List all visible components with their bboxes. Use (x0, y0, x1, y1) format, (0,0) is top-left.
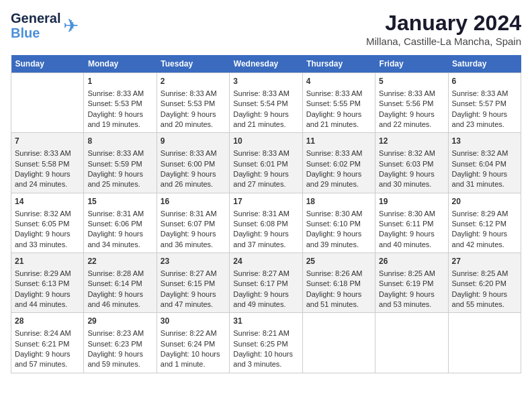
day-info: Sunrise: 8:24 AMSunset: 6:21 PMDaylight:… (15, 329, 71, 368)
day-info: Sunrise: 8:25 AMSunset: 6:19 PMDaylight:… (379, 269, 435, 308)
day-number: 25 (306, 256, 371, 267)
day-number: 12 (379, 136, 444, 147)
day-info: Sunrise: 8:26 AMSunset: 6:18 PMDaylight:… (306, 269, 363, 308)
day-number: 10 (233, 136, 298, 147)
weekday-header-row: SundayMondayTuesdayWednesdayThursdayFrid… (11, 55, 521, 73)
calendar-cell: 7Sunrise: 8:33 AMSunset: 5:58 PMDaylight… (11, 133, 84, 193)
calendar-cell: 19Sunrise: 8:30 AMSunset: 6:11 PMDayligh… (375, 193, 448, 253)
calendar-cell: 16Sunrise: 8:31 AMSunset: 6:07 PMDayligh… (157, 193, 229, 253)
day-info: Sunrise: 8:33 AMSunset: 5:54 PMDaylight:… (233, 89, 290, 128)
day-number: 30 (161, 316, 226, 327)
day-info: Sunrise: 8:29 AMSunset: 6:12 PMDaylight:… (452, 210, 508, 248)
day-number: 16 (161, 196, 226, 208)
calendar-cell: 3Sunrise: 8:33 AMSunset: 5:54 PMDaylight… (230, 73, 302, 133)
day-info: Sunrise: 8:33 AMSunset: 6:00 PMDaylight:… (161, 149, 217, 188)
day-number: 9 (161, 136, 226, 147)
calendar-week-row: 21Sunrise: 8:29 AMSunset: 6:13 PMDayligh… (11, 253, 521, 313)
calendar-cell (448, 313, 521, 373)
title-block: January 2024 Millana, Castille-La Mancha… (366, 11, 521, 47)
day-info: Sunrise: 8:23 AMSunset: 6:23 PMDaylight:… (87, 329, 144, 368)
calendar-cell: 11Sunrise: 8:33 AMSunset: 6:02 PMDayligh… (302, 133, 375, 193)
calendar-cell: 29Sunrise: 8:23 AMSunset: 6:23 PMDayligh… (84, 313, 157, 373)
day-info: Sunrise: 8:29 AMSunset: 6:13 PMDaylight:… (15, 269, 71, 308)
day-info: Sunrise: 8:33 AMSunset: 6:01 PMDaylight:… (233, 149, 290, 188)
day-info: Sunrise: 8:33 AMSunset: 5:57 PMDaylight:… (452, 89, 508, 128)
calendar-cell: 10Sunrise: 8:33 AMSunset: 6:01 PMDayligh… (230, 133, 302, 193)
day-info: Sunrise: 8:27 AMSunset: 6:17 PMDaylight:… (233, 269, 290, 308)
day-number: 20 (452, 196, 517, 208)
day-number: 13 (452, 136, 517, 147)
weekday-header: Monday (84, 55, 157, 73)
day-number: 24 (233, 256, 298, 267)
calendar-cell: 27Sunrise: 8:25 AMSunset: 6:20 PMDayligh… (448, 253, 521, 313)
page-title: January 2024 (366, 11, 521, 36)
day-info: Sunrise: 8:27 AMSunset: 6:15 PMDaylight:… (161, 269, 217, 308)
calendar-cell: 24Sunrise: 8:27 AMSunset: 6:17 PMDayligh… (230, 253, 302, 313)
logo-bird-icon: ✈ (63, 15, 79, 37)
day-info: Sunrise: 8:31 AMSunset: 6:07 PMDaylight:… (161, 210, 217, 248)
weekday-header: Wednesday (230, 55, 302, 73)
day-number: 2 (161, 76, 226, 87)
day-number: 4 (306, 76, 371, 87)
calendar-cell: 25Sunrise: 8:26 AMSunset: 6:18 PMDayligh… (302, 253, 375, 313)
calendar-week-row: 14Sunrise: 8:32 AMSunset: 6:05 PMDayligh… (11, 193, 521, 253)
calendar-cell: 13Sunrise: 8:32 AMSunset: 6:04 PMDayligh… (448, 133, 521, 193)
calendar-cell: 31Sunrise: 8:21 AMSunset: 6:25 PMDayligh… (230, 313, 302, 373)
calendar-cell: 28Sunrise: 8:24 AMSunset: 6:21 PMDayligh… (11, 313, 84, 373)
day-number: 6 (452, 76, 517, 87)
day-info: Sunrise: 8:33 AMSunset: 5:58 PMDaylight:… (15, 149, 71, 188)
weekday-header: Saturday (448, 55, 521, 73)
day-info: Sunrise: 8:30 AMSunset: 6:11 PMDaylight:… (379, 210, 435, 248)
weekday-header: Friday (375, 55, 448, 73)
calendar-cell: 1Sunrise: 8:33 AMSunset: 5:53 PMDaylight… (84, 73, 157, 133)
day-number: 7 (15, 136, 80, 147)
day-number: 8 (87, 136, 152, 147)
day-info: Sunrise: 8:31 AMSunset: 6:08 PMDaylight:… (233, 210, 290, 248)
calendar-cell: 26Sunrise: 8:25 AMSunset: 6:19 PMDayligh… (375, 253, 448, 313)
calendar-cell: 30Sunrise: 8:22 AMSunset: 6:24 PMDayligh… (157, 313, 229, 373)
calendar-cell: 12Sunrise: 8:32 AMSunset: 6:03 PMDayligh… (375, 133, 448, 193)
calendar-cell (375, 313, 448, 373)
day-number: 22 (87, 256, 152, 267)
day-number: 1 (87, 76, 152, 87)
day-info: Sunrise: 8:25 AMSunset: 6:20 PMDaylight:… (452, 269, 508, 308)
calendar-cell (302, 313, 375, 373)
day-info: Sunrise: 8:33 AMSunset: 5:55 PMDaylight:… (306, 89, 363, 128)
day-info: Sunrise: 8:30 AMSunset: 6:10 PMDaylight:… (306, 210, 363, 248)
day-number: 17 (233, 196, 298, 208)
logo: General Blue ✈ (11, 11, 79, 40)
day-info: Sunrise: 8:32 AMSunset: 6:04 PMDaylight:… (452, 149, 508, 188)
day-info: Sunrise: 8:33 AMSunset: 6:02 PMDaylight:… (306, 149, 363, 188)
calendar-week-row: 1Sunrise: 8:33 AMSunset: 5:53 PMDaylight… (11, 73, 521, 133)
calendar-cell: 4Sunrise: 8:33 AMSunset: 5:55 PMDaylight… (302, 73, 375, 133)
day-number: 27 (452, 256, 517, 267)
calendar-cell: 17Sunrise: 8:31 AMSunset: 6:08 PMDayligh… (230, 193, 302, 253)
day-number: 23 (161, 256, 226, 267)
day-info: Sunrise: 8:28 AMSunset: 6:14 PMDaylight:… (87, 269, 144, 308)
day-number: 19 (379, 196, 444, 208)
calendar-cell: 9Sunrise: 8:33 AMSunset: 6:00 PMDaylight… (157, 133, 229, 193)
weekday-header: Tuesday (157, 55, 229, 73)
day-info: Sunrise: 8:32 AMSunset: 6:05 PMDaylight:… (15, 210, 71, 248)
day-info: Sunrise: 8:21 AMSunset: 6:25 PMDaylight:… (233, 329, 293, 368)
calendar-cell: 8Sunrise: 8:33 AMSunset: 5:59 PMDaylight… (84, 133, 157, 193)
calendar-cell: 2Sunrise: 8:33 AMSunset: 5:53 PMDaylight… (157, 73, 229, 133)
day-number: 29 (87, 316, 152, 327)
day-number: 18 (306, 196, 371, 208)
day-number: 11 (306, 136, 371, 147)
day-number: 14 (15, 196, 80, 208)
day-info: Sunrise: 8:32 AMSunset: 6:03 PMDaylight:… (379, 149, 435, 188)
calendar-cell: 21Sunrise: 8:29 AMSunset: 6:13 PMDayligh… (11, 253, 84, 313)
calendar-week-row: 7Sunrise: 8:33 AMSunset: 5:58 PMDaylight… (11, 133, 521, 193)
calendar-cell: 14Sunrise: 8:32 AMSunset: 6:05 PMDayligh… (11, 193, 84, 253)
day-number: 15 (87, 196, 152, 208)
day-info: Sunrise: 8:33 AMSunset: 5:53 PMDaylight:… (161, 89, 217, 128)
day-info: Sunrise: 8:31 AMSunset: 6:06 PMDaylight:… (87, 210, 144, 248)
day-number: 26 (379, 256, 444, 267)
day-info: Sunrise: 8:33 AMSunset: 5:53 PMDaylight:… (87, 89, 144, 128)
calendar-cell (11, 73, 84, 133)
day-info: Sunrise: 8:33 AMSunset: 5:56 PMDaylight:… (379, 89, 435, 128)
page-header: General Blue ✈ January 2024 Millana, Cas… (11, 11, 521, 47)
page-subtitle: Millana, Castille-La Mancha, Spain (366, 36, 521, 47)
calendar-week-row: 28Sunrise: 8:24 AMSunset: 6:21 PMDayligh… (11, 313, 521, 373)
